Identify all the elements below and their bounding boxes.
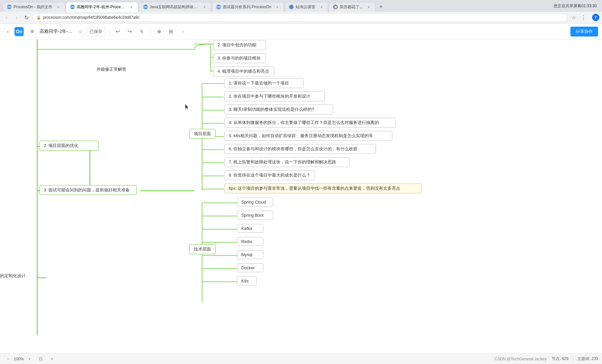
- format-button[interactable]: ✎: [137, 27, 146, 36]
- credit-text: CSDN @TechGeneral Jackey: [494, 357, 546, 361]
- back-button[interactable]: ‹: [3, 13, 11, 21]
- tab-gaoya[interactable]: On 高雅同学-2年-杭州-ProcessOn ×: [66, 2, 138, 12]
- reload-button[interactable]: ↻: [22, 13, 30, 21]
- node-project-highlights[interactable]: 4. 梳理项目中的难点和亮点: [213, 66, 274, 76]
- cursor: [185, 104, 189, 110]
- tab-close-2[interactable]: ×: [129, 4, 134, 10]
- toolbar-icons-group: ☆ 已保存: [76, 27, 105, 36]
- node-custom-design[interactable]: 的定制化设计: [0, 273, 26, 279]
- connector-lines: [0, 39, 602, 364]
- screen-share-status: 您正在共享屏幕01:33:30: [554, 3, 597, 9]
- url-bar[interactable]: 🔒 processon.com/mindmap/64f185098abe6e4c…: [32, 13, 568, 22]
- extensions-button[interactable]: ⋮: [580, 13, 588, 21]
- tab-close-5[interactable]: ×: [319, 4, 324, 10]
- zoom-in-button[interactable]: +: [25, 355, 34, 363]
- node-spring-boot[interactable]: Spring Boot: [237, 211, 273, 220]
- node-q7[interactable]: 7. 线上告警和故障处理这块，说一下你的理解和解决思路: [224, 157, 350, 167]
- layout-button[interactable]: ⊞: [167, 27, 176, 36]
- bottom-bar: − 100% + ⊡ + CSDN @TechGeneral Jackey 节点…: [0, 353, 602, 364]
- node-spring-cloud[interactable]: Spring Cloud: [237, 198, 273, 206]
- node-project-modules[interactable]: 3. 你参与的的项目模块: [213, 53, 266, 63]
- address-bar: ‹ › ↻ 🔒 processon.com/mindmap/64f185098a…: [0, 12, 602, 24]
- node-tech-level-label[interactable]: 技术层面: [189, 244, 216, 254]
- node-redis[interactable]: Redis: [237, 237, 263, 246]
- tab-title-6: 简历都花了...: [340, 4, 363, 10]
- node-tips[interactable]: tips: 这个项目的参与度非常浅，需要从项目中找一些有含量的点来塑造，否则没有…: [224, 183, 422, 193]
- browser-chrome: On ProcessOn - 我的文件 × On 高雅同学-2年-杭州-Proc…: [0, 0, 602, 24]
- tab-icon-2: On: [70, 5, 75, 9]
- star-button[interactable]: ☆: [76, 27, 85, 36]
- tab-title-5: 站淘云课堂: [296, 4, 315, 10]
- app-logo: On: [14, 27, 24, 36]
- export-button[interactable]: ↑: [178, 27, 188, 36]
- node-docker[interactable]: Docker: [237, 263, 263, 272]
- back-nav-button[interactable]: ‹: [4, 28, 12, 36]
- node-project-level-label[interactable]: 项目层面: [189, 129, 216, 139]
- tab-close-4[interactable]: ×: [275, 4, 280, 10]
- tab-zhantao[interactable]: 📍 站淘云课堂 ×: [285, 2, 328, 12]
- url-text: processon.com/mindmap/64f185098abe6e4c2d…: [43, 15, 140, 20]
- tab-processson-files[interactable]: On ProcessOn - 我的文件 ×: [3, 2, 65, 12]
- node-mysql[interactable]: Mysql: [237, 250, 263, 259]
- forward-button[interactable]: ›: [13, 13, 20, 21]
- share-collaborate-button[interactable]: 分享协作: [570, 27, 598, 36]
- tab-icon-5: 📍: [289, 5, 294, 9]
- zoom-level: 100%: [14, 357, 24, 361]
- word-count-text: 主题词: 233: [577, 356, 598, 362]
- document-title: 高雅同学-2年-...: [39, 29, 72, 35]
- node-count-text: 节点: 629: [552, 356, 568, 362]
- tab-close-6[interactable]: ×: [366, 4, 371, 10]
- canvas-area: 并能修正常解答 2. 项目中包含的功能 3. 你参与的的项目模块 4. 梳理项目…: [0, 39, 602, 364]
- tab-title-3: Java互联网高级架构师体系连...: [150, 4, 198, 10]
- app-toolbar: ‹ On ≡ 高雅同学-2年-... ☆ 已保存 ↩ ↪ ✎ ⊕ ⊞ ↑ 分享协…: [0, 24, 602, 39]
- bottom-tools: − 100% +: [4, 355, 34, 363]
- tab-icon-3: On: [143, 5, 148, 9]
- top-connector-text: 并能修正常解答: [96, 66, 126, 72]
- node-q3[interactable]: 3. 聊天/录制功能的整体实现流程是什么样的?: [224, 105, 333, 114]
- menu-button[interactable]: ≡: [28, 27, 37, 36]
- insert-button[interactable]: ⊕: [155, 27, 164, 36]
- redo-button[interactable]: ↪: [125, 27, 135, 36]
- lock-icon: 🔒: [37, 15, 41, 20]
- tab-close-3[interactable]: ×: [202, 4, 207, 10]
- tab-java[interactable]: On Java互联网高级架构师体系连... ×: [139, 2, 211, 12]
- toolbar-separator-2: [150, 28, 151, 36]
- node-q5[interactable]: 5. k8s相关问题，如何自动扩容缩容、服务注册动态发现机制是怎么实现的等: [224, 131, 392, 141]
- bookmark-button[interactable]: ☆: [570, 13, 578, 21]
- new-tab-button[interactable]: +: [376, 3, 385, 12]
- toolbar-separator-1: [109, 28, 110, 36]
- tab-icon-1: On: [7, 5, 12, 9]
- node-q4[interactable]: 4. 从单体到微服务的拆分，你主要做了哪些工作？你是怎么去对服务进行抽离的: [224, 118, 396, 128]
- add-node-button[interactable]: +: [48, 355, 56, 363]
- tab-title-1: ProcessOn - 我的文件: [13, 4, 52, 10]
- node-q2[interactable]: 2. 你在项目中参与了哪些模块的开发和设计: [224, 91, 325, 101]
- node-interview-prep[interactable]: 3. 面试可能会问到的问题，提前做好相关准备: [39, 185, 137, 195]
- mindmap-container: 并能修正常解答 2. 项目中包含的功能 3. 你参与的的项目模块 4. 梳理项目…: [0, 39, 602, 364]
- tab-title-2: 高雅同学-2年-杭州-ProcessOn: [77, 4, 125, 10]
- profile-avatar[interactable]: Y: [592, 14, 599, 21]
- node-q1[interactable]: 1. 请你说一下最近做的一个项目: [224, 78, 303, 88]
- tabs-bar: On ProcessOn - 我的文件 × On 高雅同学-2年-杭州-Proc…: [0, 0, 602, 12]
- tab-interview[interactable]: On 面试题分析系列-ProcessOn ×: [212, 2, 284, 12]
- node-project-functions[interactable]: 2. 项目中包含的功能: [213, 40, 266, 50]
- tab-icon-6: 📋: [333, 5, 338, 9]
- tab-close-1[interactable]: ×: [56, 4, 61, 10]
- undo-button[interactable]: ↩: [114, 27, 123, 36]
- tab-icon-4: On: [216, 5, 221, 9]
- node-project-optimization[interactable]: 2. 项目层面的优化: [39, 141, 99, 151]
- map-mode-button[interactable]: ⊡: [37, 355, 45, 363]
- tab-resume[interactable]: 📋 简历都花了... ×: [329, 2, 376, 12]
- node-k8s[interactable]: K8s: [237, 277, 257, 285]
- node-kafka[interactable]: Kafka: [237, 224, 263, 233]
- node-q8[interactable]: 8. 你觉得在这个项目中最大的成长是什么？: [224, 170, 315, 180]
- zoom-out-button[interactable]: −: [4, 355, 13, 363]
- node-q6[interactable]: 6. 你独立参与和设计的模块有哪些，你是怎么去设计的，有什么收获: [224, 144, 376, 154]
- save-button[interactable]: 已保存: [87, 27, 105, 36]
- tab-title-4: 面试题分析系列-ProcessOn: [223, 4, 271, 10]
